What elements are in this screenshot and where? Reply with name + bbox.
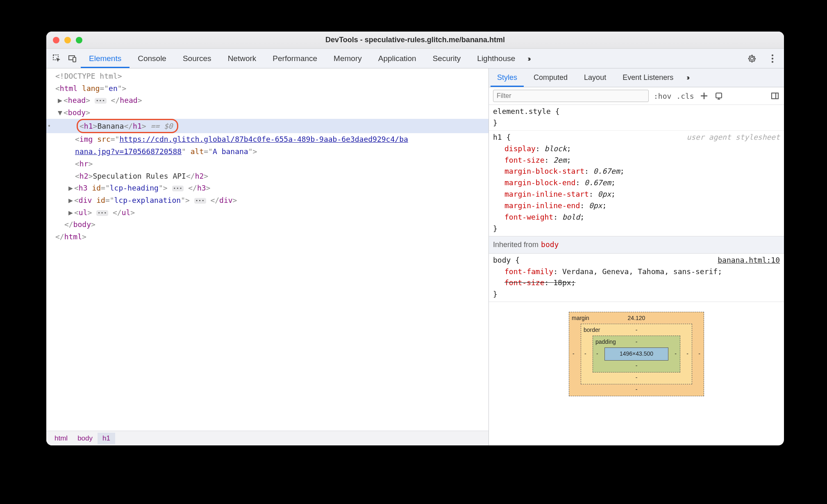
- tab-sources[interactable]: Sources: [175, 49, 220, 68]
- style-declaration[interactable]: font-weight: bold;: [493, 211, 780, 223]
- style-declaration[interactable]: display: block;: [493, 143, 780, 154]
- rule-source-link[interactable]: banana.html:10: [718, 254, 780, 266]
- dom-html-open[interactable]: <html lang="en">: [46, 82, 488, 95]
- more-tabs-icon[interactable]: ››: [523, 49, 534, 68]
- panels-split: <!DOCTYPE html> <html lang="en"> ▶<head>…: [46, 68, 784, 445]
- ellipsis-icon[interactable]: [194, 198, 206, 204]
- crumb-h1[interactable]: h1: [98, 433, 115, 444]
- svg-rect-2: [73, 57, 76, 62]
- dom-hr[interactable]: <hr>: [46, 158, 488, 170]
- dom-h3[interactable]: ▶<h3 id="lcp-heading"> </h3>: [46, 182, 488, 194]
- style-declaration[interactable]: margin-inline-start: 0px;: [493, 188, 780, 200]
- main-tabs: Elements Console Sources Network Perform…: [81, 49, 534, 68]
- styles-filter-input[interactable]: [493, 90, 649, 102]
- settings-gear-icon[interactable]: [747, 54, 757, 64]
- style-declaration[interactable]: font-size: 18px;: [493, 277, 780, 288]
- ua-stylesheet-note: user agent stylesheet: [686, 132, 780, 143]
- rule-body[interactable]: banana.html:10 body { font-family: Verda…: [489, 254, 784, 302]
- crumb-html[interactable]: html: [50, 433, 73, 444]
- styles-rules: element.style { } user agent stylesheet …: [489, 105, 784, 445]
- close-window-button[interactable]: [53, 37, 59, 43]
- elements-panel: <!DOCTYPE html> <html lang="en"> ▶<head>…: [46, 68, 489, 445]
- main-toolbar: Elements Console Sources Network Perform…: [46, 49, 784, 68]
- dom-head[interactable]: ▶<head> </head>: [46, 94, 488, 107]
- sidetab-styles[interactable]: Styles: [491, 68, 524, 87]
- row-actions-icon[interactable]: •••: [46, 121, 52, 131]
- devtools-window: DevTools - speculative-rules.glitch.me/b…: [46, 32, 784, 445]
- tab-memory[interactable]: Memory: [325, 49, 370, 68]
- style-declaration[interactable]: margin-inline-end: 0px;: [493, 200, 780, 211]
- tab-security[interactable]: Security: [425, 49, 469, 68]
- style-declaration[interactable]: margin-block-start: 0.67em;: [493, 166, 780, 177]
- dom-h2[interactable]: <h2>Speculation Rules API</h2>: [46, 170, 488, 182]
- window-controls: [46, 37, 82, 43]
- ellipsis-icon[interactable]: [172, 186, 184, 191]
- styles-toolbar: :hov .cls: [489, 87, 784, 105]
- tab-performance[interactable]: Performance: [264, 49, 325, 68]
- breadcrumb: html body h1: [46, 431, 488, 445]
- svg-rect-6: [716, 93, 722, 98]
- ellipsis-icon[interactable]: [96, 210, 108, 216]
- dom-div[interactable]: ▶<div id="lcp-explanation"> </div>: [46, 194, 488, 207]
- box-model-content: 1496×43.500: [604, 347, 668, 361]
- sidetab-events[interactable]: Event Listeners: [616, 68, 680, 87]
- new-style-rule-icon[interactable]: [699, 91, 709, 101]
- tab-console[interactable]: Console: [130, 49, 175, 68]
- styles-panel: Styles Computed Layout Event Listeners ›…: [489, 68, 784, 445]
- dom-ul[interactable]: ▶<ul> </ul>: [46, 207, 488, 219]
- inherited-separator: Inherited frombody: [489, 236, 784, 254]
- hov-toggle[interactable]: :hov: [654, 92, 671, 100]
- tab-application[interactable]: Application: [370, 49, 425, 68]
- tab-lighthouse[interactable]: Lighthouse: [469, 49, 523, 68]
- dom-body-close[interactable]: </body>: [46, 218, 488, 231]
- dom-body-open[interactable]: ▼<body>: [46, 107, 488, 119]
- sidebar-tabs: Styles Computed Layout Event Listeners ›…: [489, 68, 784, 87]
- titlebar: DevTools - speculative-rules.glitch.me/b…: [46, 32, 784, 49]
- box-model: margin 24.120 - - - border - - - - pad: [489, 302, 784, 396]
- tab-network[interactable]: Network: [220, 49, 265, 68]
- device-toolbar-icon[interactable]: [68, 54, 77, 64]
- toggle-rendering-icon[interactable]: [714, 91, 724, 101]
- inspect-element-icon[interactable]: [52, 54, 62, 64]
- dom-img-line2[interactable]: nana.jpg?v=1705668720588" alt="A banana"…: [46, 145, 488, 158]
- sidetab-layout[interactable]: Layout: [577, 68, 613, 87]
- rule-element-style[interactable]: element.style { }: [489, 105, 784, 130]
- sidetab-computed[interactable]: Computed: [527, 68, 574, 87]
- tab-elements[interactable]: Elements: [81, 49, 130, 68]
- dom-img[interactable]: <img src="https://cdn.glitch.global/87b4…: [46, 133, 488, 145]
- dom-tree[interactable]: <!DOCTYPE html> <html lang="en"> ▶<head>…: [46, 68, 488, 431]
- crumb-body[interactable]: body: [73, 433, 98, 444]
- window-title: DevTools - speculative-rules.glitch.me/b…: [46, 36, 784, 44]
- style-declaration[interactable]: margin-block-end: 0.67em;: [493, 177, 780, 188]
- svg-rect-7: [772, 93, 778, 99]
- minimize-window-button[interactable]: [64, 37, 71, 43]
- kebab-menu-icon[interactable]: [768, 54, 777, 64]
- style-declaration[interactable]: font-family: Verdana, Geneva, Tahoma, sa…: [493, 266, 780, 277]
- zoom-window-button[interactable]: [76, 37, 82, 43]
- ellipsis-icon[interactable]: [95, 98, 107, 104]
- toggle-computed-sidebar-icon[interactable]: [770, 91, 780, 101]
- svg-point-4: [772, 57, 773, 59]
- cls-toggle[interactable]: .cls: [676, 92, 694, 100]
- sidebar-more-tabs-icon[interactable]: ››: [683, 68, 691, 87]
- svg-point-5: [772, 61, 773, 62]
- svg-point-3: [772, 54, 773, 56]
- dom-doctype[interactable]: <!DOCTYPE html>: [46, 70, 488, 82]
- dom-html-close[interactable]: </html>: [46, 231, 488, 243]
- dom-selected-h1[interactable]: ••• <h1>Banana</h1> == $0: [46, 119, 488, 134]
- style-declaration[interactable]: font-size: 2em;: [493, 154, 780, 166]
- rule-h1[interactable]: user agent stylesheet h1 { display: bloc…: [489, 130, 784, 236]
